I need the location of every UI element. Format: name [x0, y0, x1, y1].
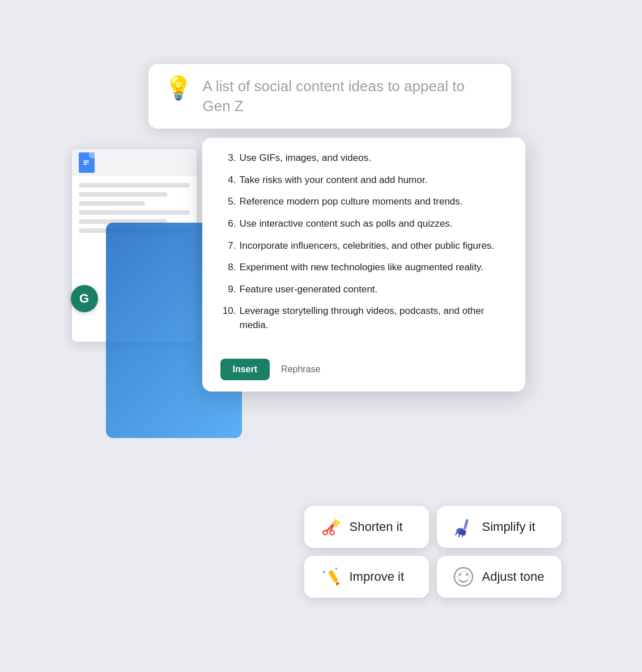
svg-rect-1	[83, 162, 89, 163]
grammarly-icon[interactable]: G	[71, 285, 98, 312]
svg-point-23	[466, 573, 468, 576]
list-item: 9. Feature user-generated content.	[220, 283, 507, 297]
svg-rect-2	[83, 164, 87, 165]
list-number: 9.	[220, 283, 236, 297]
svg-point-22	[459, 573, 461, 576]
improve-icon	[320, 566, 342, 588]
quick-btn-improve[interactable]: Improve it	[304, 556, 429, 598]
action-bar: Insert Rephrase	[202, 352, 525, 392]
list-item: 8. Experiment with new technologies like…	[220, 261, 507, 275]
quick-btn-tone[interactable]: Adjust tone	[437, 556, 562, 598]
tone-label: Adjust tone	[482, 569, 545, 584]
list-item: 7. Incorporate influencers, celebrities,…	[220, 239, 507, 253]
rephrase-button[interactable]: Rephrase	[281, 364, 320, 375]
list-number: 4.	[220, 173, 236, 188]
prompt-emoji: 💡	[164, 76, 193, 99]
svg-rect-11	[463, 519, 468, 530]
list-text: Feature user-generated content.	[240, 283, 507, 297]
quick-actions-grid: Shorten it Simplify it Improve it	[304, 506, 562, 598]
doc-header	[72, 149, 197, 176]
list-item: 4. Take risks with your content and add …	[220, 173, 507, 188]
list-number: 3.	[220, 151, 236, 165]
quick-btn-shorten[interactable]: Shorten it	[304, 506, 429, 548]
list-number: 10.	[220, 304, 236, 332]
list-item: 10. Leverage storytelling through videos…	[220, 304, 507, 332]
doc-line	[79, 183, 190, 188]
improve-label: Improve it	[350, 569, 405, 584]
list-text: Take risks with your content and add hum…	[240, 173, 507, 188]
svg-point-6	[330, 531, 333, 534]
main-content-card: 3. Use GIFs, images, and videos. 4. Take…	[202, 138, 525, 392]
list-text: Incorporate influencers, celebrities, an…	[240, 239, 507, 253]
list-number: 8.	[220, 261, 236, 275]
list-item: 5. Reference modern pop culture moments …	[220, 195, 507, 209]
svg-point-21	[454, 568, 473, 586]
doc-line	[79, 210, 190, 215]
list-number: 6.	[220, 217, 236, 231]
doc-line	[79, 201, 146, 206]
simplify-label: Simplify it	[482, 520, 535, 534]
shorten-label: Shorten it	[350, 520, 403, 534]
list-item: 6. Use interactive content such as polls…	[220, 217, 507, 231]
svg-rect-17	[328, 569, 338, 582]
quick-btn-simplify[interactable]: Simplify it	[437, 506, 562, 548]
content-list: 3. Use GIFs, images, and videos. 4. Take…	[202, 138, 525, 352]
list-text: Experiment with new technologies like au…	[240, 261, 507, 275]
prompt-card: 💡 A list of social content ideas to appe…	[148, 64, 511, 129]
list-text: Reference modern pop culture moments and…	[240, 195, 507, 209]
svg-point-5	[324, 531, 326, 534]
list-text: Use GIFs, images, and videos.	[240, 151, 507, 165]
svg-rect-0	[83, 160, 89, 161]
svg-marker-19	[322, 571, 325, 574]
list-text: Leverage storytelling through videos, po…	[240, 304, 507, 332]
list-text: Use interactive content such as polls an…	[240, 217, 507, 231]
doc-icon	[79, 152, 95, 173]
list-item: 3. Use GIFs, images, and videos.	[220, 151, 507, 165]
svg-point-24	[458, 571, 469, 582]
simplify-icon	[453, 516, 474, 538]
prompt-text: A list of social content ideas to appeal…	[203, 76, 495, 116]
list-number: 7.	[220, 239, 236, 253]
list-number: 5.	[220, 195, 236, 209]
insert-button[interactable]: Insert	[220, 359, 270, 380]
doc-line	[79, 192, 168, 197]
tone-icon	[453, 566, 474, 588]
svg-marker-20	[335, 567, 337, 569]
shorten-icon	[320, 516, 342, 538]
